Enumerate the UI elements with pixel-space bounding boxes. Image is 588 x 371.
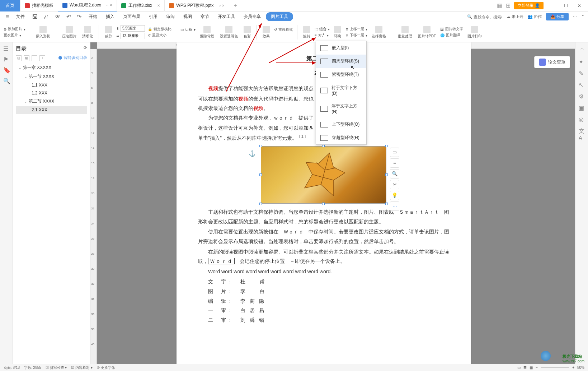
translate-icon[interactable]: 文A	[579, 127, 585, 134]
wrap-option[interactable]: 浮于文字上方(N)	[316, 99, 366, 118]
menu-icon[interactable]: ≡	[4, 14, 11, 20]
tab-close[interactable]: ○ ✕	[106, 3, 112, 7]
resize-handle[interactable]	[322, 145, 325, 147]
preview-icon[interactable]: 👁	[53, 14, 63, 20]
collapse-icon[interactable]: ︿	[580, 45, 584, 51]
menu-dev[interactable]: 开发工具	[214, 12, 239, 21]
resize-handle[interactable]	[259, 145, 262, 147]
menu-picture-tools[interactable]: 图片工具	[266, 12, 293, 21]
menu-vip[interactable]: 会员专享	[240, 12, 264, 21]
refresh-icon[interactable]: ⟳	[84, 45, 87, 52]
toc-item[interactable]: ⌄第一章 XXXXX	[16, 63, 87, 72]
to-pdf[interactable]: 图片转PDF	[417, 26, 437, 39]
toc-collapse[interactable]: −	[32, 55, 37, 61]
remove-bg[interactable]: 抠除背景	[198, 26, 216, 39]
crop-tool-icon[interactable]: ✂	[390, 180, 399, 189]
align[interactable]: ≡ 对齐 ▾	[315, 33, 330, 38]
vertical-ruler[interactable]: 246810121416182022242628303234363840	[90, 49, 97, 364]
toc-item[interactable]: 2.1 XXX	[16, 106, 87, 114]
bring-forward[interactable]: ⬆ 上移一层 ▾	[345, 27, 367, 32]
compress-image[interactable]: 压缩图片	[61, 26, 78, 39]
outline-icon[interactable]: ☰	[3, 45, 10, 52]
menu-review[interactable]: 审阅	[163, 12, 178, 21]
tab-templates[interactable]: 找稻壳模板	[20, 0, 58, 11]
more-tool-icon[interactable]: ⋯	[390, 201, 399, 211]
reset-style[interactable]: ↺ 重设样式	[274, 27, 293, 32]
save-icon[interactable]: 🖫	[30, 14, 40, 20]
crop[interactable]: 裁剪	[103, 26, 113, 39]
effect[interactable]: 效果	[261, 26, 271, 39]
pen-icon[interactable]: ✎	[579, 70, 585, 76]
color[interactable]: 色彩	[242, 26, 252, 39]
target-icon[interactable]: ◎	[579, 116, 585, 122]
redo-icon[interactable]: ↷	[75, 13, 84, 20]
search-rail-icon[interactable]: 🔍	[3, 78, 10, 84]
wrap-tool-icon[interactable]: ▭	[390, 148, 399, 157]
menu-layout[interactable]: 页面布局	[119, 12, 144, 21]
tab-excel[interactable]: 工作簿3.xlsx✕	[117, 0, 165, 11]
zoom-tool-icon[interactable]: 🔍	[390, 169, 399, 178]
apps-icon[interactable]: ⊞	[506, 2, 511, 9]
batch[interactable]: 批量处理	[396, 26, 414, 39]
minimize-button[interactable]: —	[547, 3, 557, 8]
toc-item[interactable]: 1.1 XXX	[16, 81, 87, 89]
wrap-option[interactable]: 紧密型环绕(T)	[316, 68, 366, 81]
resize-handle[interactable]	[385, 145, 388, 147]
collab-button[interactable]: 👥 协作	[528, 14, 542, 19]
rotate[interactable]: 旋转	[302, 26, 312, 39]
change-image[interactable]: 更改图片 ▾	[4, 33, 25, 38]
resize-handle[interactable]	[259, 173, 262, 176]
command-search[interactable]: 🔍	[467, 14, 502, 19]
resize-handle[interactable]	[259, 203, 262, 205]
insert-shape[interactable]: 插入形状	[34, 26, 52, 39]
menu-insert[interactable]: 插入	[102, 12, 118, 21]
sparkle-icon[interactable]: ✦	[579, 59, 585, 65]
set-transparent[interactable]: 设置透明色	[218, 26, 239, 39]
view-mode-icon[interactable]: ▦	[530, 366, 533, 370]
undo-icon[interactable]: ↶	[64, 13, 73, 20]
login-button[interactable]: 立即登录👤	[514, 2, 544, 9]
expand-icon[interactable]: ⌃	[581, 14, 584, 19]
layers-icon[interactable]: ▣	[579, 105, 585, 111]
view-mode-icon[interactable]: ▭	[517, 366, 521, 370]
plagiarism-check[interactable]: 论文查重	[534, 56, 570, 68]
more-icon[interactable]: ⋯	[573, 14, 577, 19]
smart-toc[interactable]: 智能识别目录	[58, 55, 87, 60]
document-image[interactable]	[261, 146, 386, 204]
tab-add[interactable]: +	[229, 3, 241, 9]
toc-item[interactable]: 1.2 XXX	[16, 89, 87, 97]
word-count[interactable]: 字数: 2855	[24, 365, 41, 370]
spellcheck[interactable]: ☑ 拼写检查 ▾	[46, 365, 67, 370]
lock-ratio[interactable]: 🔒 锁定纵横比	[148, 27, 171, 32]
sharpen-image[interactable]: 清晰化	[81, 26, 94, 39]
toc-expand[interactable]: +	[39, 55, 45, 61]
resize-handle[interactable]	[385, 173, 388, 176]
add-image[interactable]: ⊕ 添加图片 ▾	[4, 27, 25, 32]
zoom-slider[interactable]	[541, 367, 569, 368]
maximize-button[interactable]: ☐	[561, 3, 571, 8]
menu-file[interactable]: 文件	[13, 12, 28, 21]
wrap-option[interactable]: 衬于文字下方(D)	[316, 81, 366, 99]
layout-tool-icon[interactable]: ≡	[390, 158, 399, 168]
resize-handle[interactable]	[385, 203, 388, 205]
translate[interactable]: 🌐 图片翻译	[440, 33, 463, 38]
tab-close[interactable]: ✕	[157, 4, 160, 8]
height-input[interactable]	[121, 33, 145, 39]
zoom-level[interactable]: 80%	[577, 366, 584, 370]
send-backward[interactable]: ⬇ 下移一层 ▾	[345, 33, 367, 38]
print-icon[interactable]: 🖨	[41, 14, 51, 20]
to-text[interactable]: 🖼 图片转文字	[440, 27, 463, 32]
toc-item[interactable]: ⌄第一节 XXXX	[16, 72, 87, 81]
bookmark-icon[interactable]: 🔖	[3, 67, 10, 73]
cloud-status[interactable]: ☁ 未上云	[507, 14, 523, 19]
menu-view[interactable]: 视图	[180, 12, 196, 21]
reset-size[interactable]: ↺ 重设大小	[148, 33, 171, 38]
close-button[interactable]: ✕	[574, 3, 584, 8]
print-image[interactable]: 图片打印	[466, 26, 483, 39]
page-indicator[interactable]: 页面: 8/13	[4, 365, 20, 370]
tab-ppt[interactable]: WPS PPT教程.pptx○ ✕	[165, 0, 229, 11]
menu-references[interactable]: 引用	[145, 12, 161, 21]
menu-start[interactable]: 开始	[85, 12, 101, 21]
idea-tool-icon[interactable]: 💡	[390, 191, 399, 200]
zoom-out[interactable]: −	[536, 366, 538, 370]
